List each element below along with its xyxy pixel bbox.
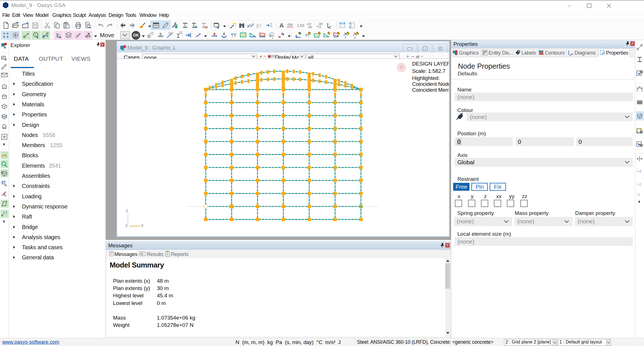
svg-text:123: 123: [168, 32, 173, 35]
svg-text:.0: .0: [318, 25, 321, 29]
svg-text:123: 123: [150, 32, 154, 35]
svg-text:G: G: [4, 3, 7, 7]
svg-text:ab: ab: [2, 56, 5, 59]
svg-text:123: 123: [179, 32, 183, 34]
svg-text:/2: /2: [637, 192, 640, 197]
svg-text:ab: ab: [140, 252, 144, 255]
svg-text:cm: cm: [288, 22, 293, 27]
svg-text:P: P: [272, 34, 274, 38]
svg-text:×2: ×2: [637, 182, 641, 187]
svg-text:1.E3: 1.E3: [297, 24, 304, 28]
svg-text:2.7: 2.7: [3, 211, 7, 214]
svg-text:f(): f(): [256, 23, 261, 28]
svg-text:.00: .00: [308, 25, 312, 29]
svg-text:y: y: [354, 35, 356, 39]
svg-text:x: x: [345, 35, 346, 39]
svg-text:A: A: [279, 22, 284, 29]
